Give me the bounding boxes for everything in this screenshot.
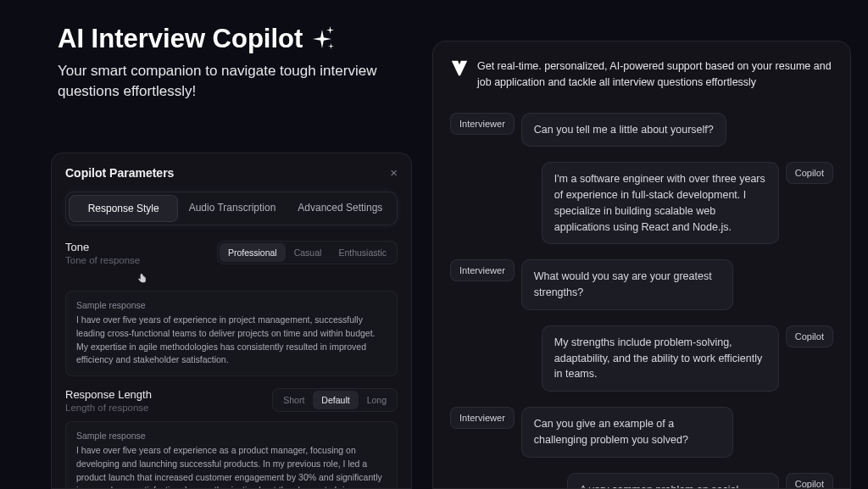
tone-section: Tone Tone of response Professional Casua… bbox=[65, 241, 398, 376]
length-sample-title: Sample response bbox=[76, 431, 387, 441]
length-sample-body: I have over five years of experience as … bbox=[76, 444, 387, 489]
copilot-pill: Copilot bbox=[786, 162, 833, 184]
tab-response-style[interactable]: Response Style bbox=[69, 195, 178, 222]
brand-logo-icon bbox=[450, 58, 469, 77]
chat-row-copilot: A very common problem on social media pl… bbox=[450, 473, 833, 490]
close-icon[interactable]: × bbox=[390, 165, 398, 180]
length-segmented-control: Short Default Long bbox=[272, 388, 398, 412]
interviewer-bubble: What would you say are your greatest str… bbox=[521, 259, 733, 310]
parameter-tabs: Response Style Audio Transcription Advan… bbox=[65, 192, 398, 225]
hero: AI Interview Copilot Your smart companio… bbox=[58, 24, 380, 102]
chat-row-copilot: My strengths include problem-solving, ad… bbox=[450, 325, 833, 392]
chat-row-interviewer: Interviewer What would you say are your … bbox=[450, 259, 833, 310]
length-option-long[interactable]: Long bbox=[359, 391, 395, 409]
interviewer-bubble: Can you give an example of a challenging… bbox=[521, 407, 733, 458]
length-option-default[interactable]: Default bbox=[313, 391, 358, 409]
tone-option-casual[interactable]: Casual bbox=[286, 243, 331, 262]
tone-option-enthusiastic[interactable]: Enthusiastic bbox=[330, 243, 395, 262]
tone-label: Tone bbox=[65, 241, 140, 253]
copilot-parameters-panel: Copilot Parameters × Response Style Audi… bbox=[51, 153, 412, 489]
interviewer-bubble: Can you tell me a little about yourself? bbox=[521, 113, 726, 147]
panel-title: Copilot Parameters bbox=[65, 166, 174, 180]
interviewer-pill: Interviewer bbox=[450, 407, 515, 429]
chat-row-copilot: I'm a software engineer with over three … bbox=[450, 162, 833, 244]
chat-panel-header: Get real-time. personalized, AI-powered … bbox=[450, 58, 833, 91]
length-sample-card: Sample response I have over five years o… bbox=[65, 421, 398, 489]
tone-sublabel: Tone of response bbox=[65, 255, 140, 265]
copilot-pill: Copilot bbox=[786, 473, 833, 490]
length-sublabel: Length of response bbox=[65, 403, 152, 413]
copilot-bubble: A very common problem on social media pl… bbox=[567, 473, 779, 490]
interviewer-pill: Interviewer bbox=[450, 113, 515, 135]
hero-subtitle: Your smart companion to navigate tough i… bbox=[58, 61, 380, 102]
length-option-short[interactable]: Short bbox=[275, 391, 313, 409]
length-label: Response Length bbox=[65, 388, 152, 401]
chat-intro-text: Get real-time. personalized, AI-powered … bbox=[477, 58, 833, 91]
tone-sample-card: Sample response I have over five years o… bbox=[65, 291, 398, 376]
panel-header: Copilot Parameters × bbox=[65, 165, 398, 180]
tone-sample-title: Sample response bbox=[76, 300, 387, 310]
chat-row-interviewer: Interviewer Can you tell me a little abo… bbox=[450, 113, 833, 147]
length-section: Response Length Length of response Short… bbox=[65, 388, 398, 489]
interviewer-pill: Interviewer bbox=[450, 259, 515, 281]
tab-audio-transcription[interactable]: Audio Transcription bbox=[178, 195, 286, 222]
chat-panel: Get real-time. personalized, AI-powered … bbox=[432, 41, 851, 489]
tone-sample-body: I have over five years of experience in … bbox=[76, 314, 387, 367]
chat-area: Interviewer Can you tell me a little abo… bbox=[450, 113, 833, 490]
tab-advanced-settings[interactable]: Advanced Settings bbox=[287, 195, 394, 222]
copilot-bubble: I'm a software engineer with over three … bbox=[542, 162, 779, 244]
tone-segmented-control: Professional Casual Enthusiastic bbox=[217, 241, 398, 264]
tone-option-professional[interactable]: Professional bbox=[220, 243, 286, 262]
copilot-bubble: My strengths include problem-solving, ad… bbox=[542, 325, 779, 392]
hero-title: AI Interview Copilot bbox=[58, 24, 380, 54]
pointer-cursor-icon bbox=[136, 272, 148, 286]
sparkle-icon bbox=[311, 26, 337, 52]
hero-title-text: AI Interview Copilot bbox=[58, 24, 303, 54]
chat-row-interviewer: Interviewer Can you give an example of a… bbox=[450, 407, 833, 458]
copilot-pill: Copilot bbox=[786, 325, 833, 347]
